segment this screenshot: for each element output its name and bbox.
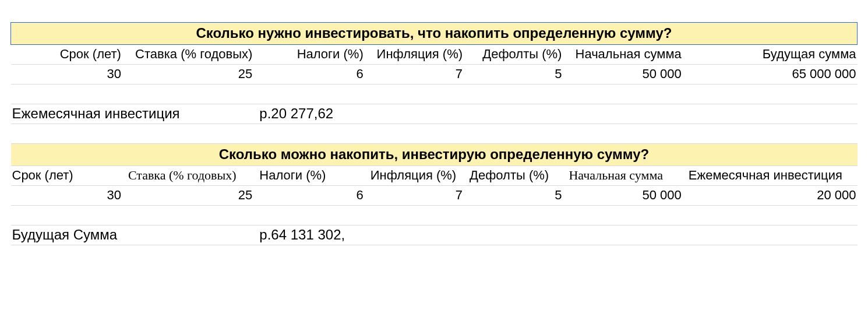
b2-result-label: Будущая Сумма bbox=[11, 225, 256, 245]
b1-val-future[interactable]: 65 000 000 bbox=[685, 64, 858, 84]
b1-hdr-inflation: Инфляция (%) bbox=[367, 44, 466, 64]
b2-val-inflation[interactable]: 7 bbox=[367, 185, 466, 205]
b1-result-value: р.20 277,62 bbox=[256, 104, 366, 124]
b1-hdr-rate: Ставка (% годовых) bbox=[125, 44, 256, 64]
b2-hdr-term: Срок (лет) bbox=[11, 165, 125, 185]
b1-val-term[interactable]: 30 bbox=[11, 64, 125, 84]
b1-hdr-defaults: Дефолты (%) bbox=[466, 44, 565, 64]
b2-hdr-inflation: Инфляция (%) bbox=[367, 165, 466, 185]
b2-val-initial[interactable]: 50 000 bbox=[565, 185, 684, 205]
b2-hdr-tax: Налоги (%) bbox=[256, 165, 366, 185]
b2-val-tax[interactable]: 6 bbox=[256, 185, 366, 205]
b1-result-label: Ежемесячная инвестиция bbox=[11, 104, 256, 124]
b1-val-defaults[interactable]: 5 bbox=[466, 64, 565, 84]
b1-val-rate[interactable]: 25 bbox=[125, 64, 256, 84]
b2-val-monthly[interactable]: 20 000 bbox=[685, 185, 858, 205]
b1-hdr-initial: Начальная сумма bbox=[565, 44, 684, 64]
b2-hdr-monthly: Ежемесячная инвестиция bbox=[685, 165, 858, 185]
b1-hdr-tax: Налоги (%) bbox=[256, 44, 366, 64]
b2-val-rate[interactable]: 25 bbox=[125, 185, 256, 205]
calculator-table: Сколько нужно инвестировать, что накопит… bbox=[10, 0, 858, 245]
b1-hdr-term: Срок (лет) bbox=[11, 44, 125, 64]
b1-val-inflation[interactable]: 7 bbox=[367, 64, 466, 84]
b1-val-tax[interactable]: 6 bbox=[256, 64, 366, 84]
b1-val-initial[interactable]: 50 000 bbox=[565, 64, 684, 84]
block2-title: Сколько можно накопить, инвестирую опред… bbox=[11, 143, 858, 165]
b2-hdr-initial: Начальная сумма bbox=[565, 165, 684, 185]
b2-hdr-defaults: Дефолты (%) bbox=[466, 165, 565, 185]
b2-hdr-rate: Ставка (% годовых) bbox=[125, 165, 256, 185]
b2-val-term[interactable]: 30 bbox=[11, 185, 125, 205]
b2-result-value: р.64 131 302, bbox=[256, 225, 366, 245]
b1-hdr-future: Будущая сумма bbox=[685, 44, 858, 64]
b2-val-defaults[interactable]: 5 bbox=[466, 185, 565, 205]
block1-title: Сколько нужно инвестировать, что накопит… bbox=[11, 22, 858, 44]
